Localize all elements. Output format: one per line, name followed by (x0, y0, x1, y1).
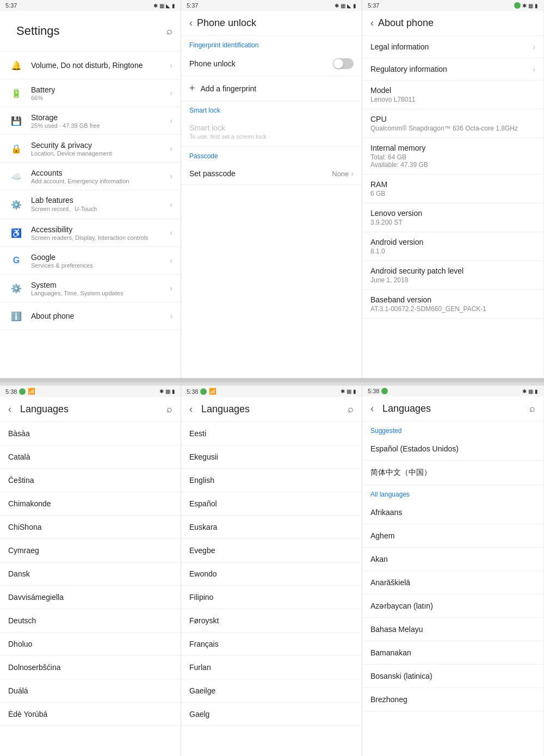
lang-item-davvisamegiella[interactable]: Davvisámegiella (0, 586, 181, 609)
settings-header: Settings ⌕ (0, 11, 181, 52)
settings-item-storage[interactable]: 💾 Storage 25% used · 47.39 GB free › (0, 107, 181, 135)
about-header: ‹ About phone (362, 11, 543, 36)
lang-item-chinese-simplified[interactable]: 简体中文（中国） (362, 461, 543, 485)
lang-item-basaa[interactable]: Bàsàa (0, 422, 181, 445)
lang-item-aghem[interactable]: Aghem (362, 524, 543, 548)
status-bar-about: 5:37 ✱ ▦ ▮ (362, 0, 543, 11)
set-passcode-label: Set passcode (189, 169, 236, 178)
time-lang-right: 5:38 (368, 388, 379, 394)
search-button-lang-left[interactable]: ⌕ (166, 404, 172, 415)
lang-item-euskara[interactable]: Euskara (181, 516, 362, 539)
lang-item-bamanakan[interactable]: Bamanakan (362, 641, 543, 665)
unlock-title: Phone unlock (197, 17, 256, 29)
time-lang-left: 5:38 (5, 388, 17, 395)
lang-item-eesti[interactable]: Eesti (181, 422, 362, 445)
google-sublabel: Services & preferences (31, 262, 170, 269)
settings-item-google[interactable]: G Google Services & preferences › (0, 247, 181, 275)
settings-item-system[interactable]: ⚙️ System Languages, Time, System update… (0, 275, 181, 302)
lang-item-filipino[interactable]: Filipino (181, 586, 362, 609)
time-about: 5:37 (368, 2, 379, 9)
plus-icon: + (189, 83, 195, 94)
lang-item-chishona[interactable]: ChiShona (0, 516, 181, 539)
about-icon: ℹ️ (8, 308, 24, 324)
settings-item-security[interactable]: 🔒 Security & privacy Location, Device ma… (0, 135, 181, 163)
lang-item-cymraeg[interactable]: Cymraeg (0, 539, 181, 562)
lang-item-faroyskt[interactable]: Føroyskt (181, 609, 362, 633)
lang-item-catala[interactable]: Català (0, 445, 181, 469)
lang-item-gaeilge[interactable]: Gaeilge (181, 679, 362, 703)
settings-item-accessibility[interactable]: ♿ Accessibility Screen readers, Display,… (0, 219, 181, 247)
settings-item-accounts[interactable]: ☁️ Accounts Add account, Emergency infor… (0, 163, 181, 190)
status-bar-lang-right: 5:38 ✱ ▦ ▮ (362, 386, 543, 396)
lang-item-espanol[interactable]: Español (181, 492, 362, 516)
lang-item-brezhoneg[interactable]: Brezhoneg (362, 688, 543, 711)
lang-item-furlan[interactable]: Furlan (181, 656, 362, 679)
chevron-legal: › (533, 42, 535, 51)
lang-item-bahasa-melayu[interactable]: Bahasa Melayu (362, 618, 543, 641)
back-button-lang-left[interactable]: ‹ (8, 404, 11, 415)
lang-item-bosanski[interactable]: Bosanski (latinica) (362, 665, 543, 688)
legal-info-row[interactable]: Legal information › (362, 36, 543, 58)
volume-icon: 🔔 (8, 57, 24, 73)
battery-icon: ▮ (172, 3, 175, 9)
lang-item-chimakonde[interactable]: Chimakonde (0, 492, 181, 516)
add-fingerprint-row[interactable]: + Add a fingerprint (181, 76, 362, 101)
chevron-volume: › (170, 61, 172, 70)
all-languages-label: All languages (362, 485, 543, 501)
lang-item-ede-yoruba[interactable]: Ėdè Yorùbá (0, 703, 181, 726)
lang-item-duala[interactable]: Duálá (0, 679, 181, 703)
status-dot-lang-left (19, 388, 26, 395)
lang-item-ewondo[interactable]: Ewondo (181, 562, 362, 586)
regulatory-info-label: Regulatory information (370, 65, 447, 73)
back-button-about[interactable]: ‹ (370, 17, 374, 29)
wifi-icon-unlock: ◣ (347, 3, 351, 9)
security-patch-row: Android security patch level June 1, 201… (362, 261, 543, 290)
set-passcode-row[interactable]: Set passcode None › (181, 163, 362, 185)
lang-item-espanol-us[interactable]: Español (Estados Unidos) (362, 437, 543, 461)
lang-item-ekegusii[interactable]: Ekegusii (181, 445, 362, 469)
cpu-row: CPU Qualcomm® Snapdragon™ 636 Octa-core … (362, 109, 543, 138)
lang-item-cestina[interactable]: Čeština (0, 469, 181, 492)
battery-icon-about: ▮ (535, 3, 538, 9)
lang-item-dansk[interactable]: Dansk (0, 562, 181, 586)
lang-item-english[interactable]: English (181, 469, 362, 492)
lang-left-title: Languages (20, 404, 69, 415)
ram-row: RAM 6 GB (362, 175, 543, 203)
accounts-icon: ☁️ (8, 168, 24, 184)
back-button-lang-mid[interactable]: ‹ (189, 404, 193, 415)
lang-item-dolnoserbscina[interactable]: Dolnoserbšćina (0, 656, 181, 679)
search-button-lang-right[interactable]: ⌕ (529, 403, 535, 414)
lang-item-evegbe[interactable]: Evegbe (181, 539, 362, 562)
settings-title: Settings (8, 17, 68, 45)
search-button-lang-mid[interactable]: ⌕ (348, 404, 354, 415)
settings-item-lab[interactable]: ⚙️ Lab features Screen record、U-Touch › (0, 190, 181, 219)
lab-icon: ⚙️ (8, 196, 24, 213)
back-button-lang-right[interactable]: ‹ (370, 403, 374, 414)
back-button-unlock[interactable]: ‹ (189, 17, 193, 29)
security-patch-label: Android security patch level (370, 267, 535, 275)
settings-item-battery[interactable]: 🔋 Battery 66% › (0, 79, 181, 107)
lang-item-dholuo[interactable]: Dholuo (0, 633, 181, 656)
ram-value: 6 GB (370, 190, 535, 197)
lang-item-gaelg[interactable]: Gaelg (181, 703, 362, 726)
bluetooth-icon-lang-left: ✱ (159, 388, 164, 394)
regulatory-info-row[interactable]: Regulatory information › (362, 58, 543, 80)
passcode-value: None (332, 170, 349, 178)
search-button-settings[interactable]: ⌕ (166, 26, 172, 37)
phone-unlock-toggle[interactable] (333, 58, 354, 69)
settings-item-volume[interactable]: 🔔 Volume, Do not disturb, Ringtone › (0, 52, 181, 79)
settings-text-system: System Languages, Time, System updates (31, 281, 170, 296)
settings-item-about[interactable]: ℹ️ About phone › (0, 302, 181, 330)
lang-item-anaraskiela[interactable]: Anarāškielā (362, 571, 543, 594)
model-label: Model (370, 86, 535, 95)
bluetooth-icon: ✱ (153, 3, 158, 9)
status-icons-about: ✱ ▦ ▮ (514, 2, 538, 9)
settings-text-security: Security & privacy Location, Device mana… (31, 141, 170, 157)
lang-item-deutsch[interactable]: Deutsch (0, 609, 181, 633)
lang-item-azerbaycan[interactable]: Azərbaycan (latın) (362, 594, 543, 618)
chevron-regulatory: › (533, 65, 535, 73)
status-icons-unlock: ✱ ▦ ◣ ▮ (335, 3, 356, 9)
lang-item-afrikaans[interactable]: Afrikaans (362, 501, 543, 524)
lang-item-akan[interactable]: Akan (362, 548, 543, 571)
lang-item-francais[interactable]: Français (181, 633, 362, 656)
